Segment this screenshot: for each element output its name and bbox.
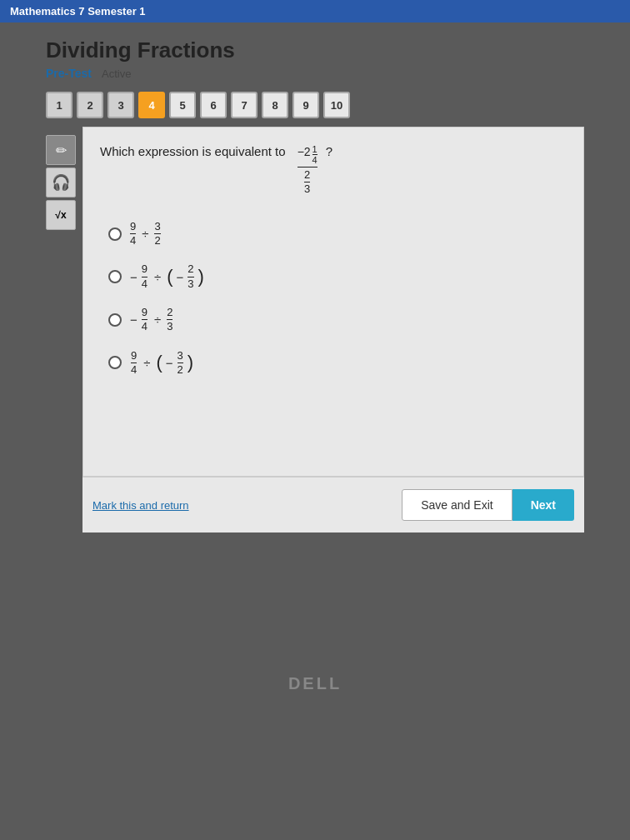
next-button[interactable]: Next <box>512 489 574 521</box>
dell-logo: DELL <box>0 674 630 693</box>
pencil-tool[interactable]: ✏ <box>46 135 76 165</box>
status-badge: Active <box>102 68 131 80</box>
footer-bar: Mark this and return Save and Exit Next <box>82 477 584 532</box>
option-D[interactable]: 9 4 ÷ ( − 3 2 ) <box>108 350 567 377</box>
option-A[interactable]: 9 4 ÷ 3 2 <box>108 221 567 248</box>
top-bar-title: Mathematics 7 Semester 1 <box>10 5 146 18</box>
radio-C[interactable] <box>108 313 122 327</box>
top-bar: Mathematics 7 Semester 1 <box>0 0 630 22</box>
question-num-8[interactable]: 8 <box>262 92 288 118</box>
radio-A[interactable] <box>108 228 122 241</box>
option-B[interactable]: − 9 4 ÷ ( − 2 3 <box>108 263 567 290</box>
question-num-6[interactable]: 6 <box>200 92 227 118</box>
question-num-3[interactable]: 3 <box>108 92 134 118</box>
question-num-5[interactable]: 5 <box>169 92 196 118</box>
question-num-1[interactable]: 1 <box>46 92 72 118</box>
question-text: Which expression is equivalent to −2 1 4 <box>100 144 567 196</box>
pre-test-label: Pre-Test <box>46 67 92 80</box>
question-number-row: 12345678910 <box>46 92 584 118</box>
calculator-tool[interactable]: √x <box>46 200 76 230</box>
question-num-7[interactable]: 7 <box>231 92 258 118</box>
question-panel: Which expression is equivalent to −2 1 4 <box>82 127 584 477</box>
footer-buttons: Save and Exit Next <box>402 489 574 521</box>
question-num-10[interactable]: 10 <box>323 92 350 118</box>
tools-panel: ✏ 🎧 √x <box>46 127 82 532</box>
option-C[interactable]: − 9 4 ÷ 2 3 <box>108 307 567 333</box>
radio-B[interactable] <box>108 270 122 283</box>
question-num-4[interactable]: 4 <box>138 92 165 118</box>
question-num-2[interactable]: 2 <box>77 92 103 118</box>
page-title: Dividing Fractions <box>46 38 584 63</box>
mark-return-link[interactable]: Mark this and return <box>92 499 189 512</box>
question-num-9[interactable]: 9 <box>292 92 319 118</box>
headphone-tool[interactable]: 🎧 <box>46 168 76 198</box>
radio-D[interactable] <box>108 356 122 369</box>
save-exit-button[interactable]: Save and Exit <box>402 489 512 521</box>
options-list: 9 4 ÷ 3 2 <box>100 221 567 376</box>
